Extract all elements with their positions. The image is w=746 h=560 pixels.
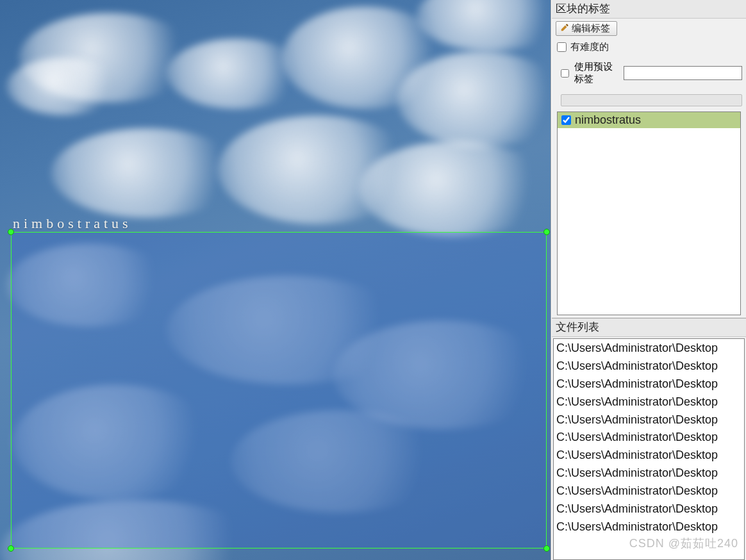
file-list-title: 文件列表 (552, 318, 746, 337)
label-list[interactable]: nimbostratus (557, 111, 741, 315)
file-list-item[interactable]: C:\Users\Administrator\Desktop (554, 411, 744, 429)
box-labels-panel-title: 区块的标签 (552, 0, 746, 19)
file-list-panel: 文件列表 C:\Users\Administrator\DesktopC:\Us… (552, 318, 746, 560)
file-list-item[interactable]: C:\Users\Administrator\Desktop (554, 429, 744, 447)
difficult-checkbox-label: 有难度的 (570, 41, 609, 53)
bbox-handle-top-right[interactable] (543, 229, 550, 235)
file-list-item[interactable]: C:\Users\Administrator\Desktop (554, 482, 744, 500)
bbox-handle-top-left[interactable] (8, 229, 14, 235)
file-list-item[interactable]: C:\Users\Administrator\Desktop (554, 500, 744, 518)
file-list-item[interactable]: C:\Users\Administrator\Desktop (554, 358, 744, 375)
file-list-item[interactable]: C:\Users\Administrator\Desktop (554, 340, 744, 358)
file-list-item[interactable]: C:\Users\Administrator\Desktop (554, 375, 744, 393)
difficult-checkbox-row[interactable]: 有难度的 (557, 41, 742, 53)
bbox-handle-bottom-right[interactable] (543, 545, 550, 552)
file-list-item[interactable]: C:\Users\Administrator\Desktop (554, 465, 744, 482)
progress-bar-row (561, 94, 742, 106)
edit-label-button-text: 编辑标签 (572, 22, 610, 35)
pencil-icon (560, 23, 569, 34)
use-preset-label: 使用预设标签 (574, 61, 618, 85)
file-list-item[interactable]: C:\Users\Administrator\Desktop (554, 393, 744, 411)
file-list-item[interactable]: C:\Users\Administrator\Desktop (554, 518, 744, 536)
bbox-label-text: nimbostratus (13, 215, 132, 232)
side-panel: 区块的标签 编辑标签 有难度的 使用预设标签 nimbostratus 文件列表 (551, 0, 746, 560)
edit-label-button[interactable]: 编辑标签 (556, 21, 617, 36)
label-item-text: nimbostratus (575, 113, 641, 127)
label-item-checkbox[interactable] (561, 115, 571, 125)
file-list[interactable]: C:\Users\Administrator\DesktopC:\Users\A… (553, 338, 745, 560)
box-labels-section: 编辑标签 有难度的 使用预设标签 nimbostratus (552, 19, 746, 318)
progress-bar (561, 94, 742, 106)
file-list-item[interactable]: C:\Users\Administrator\Desktop (554, 447, 744, 465)
preset-label-input[interactable] (624, 66, 742, 80)
label-list-item[interactable]: nimbostratus (558, 112, 740, 128)
use-preset-checkbox[interactable] (561, 69, 569, 78)
preset-label-row: 使用预设标签 (561, 61, 742, 85)
image-canvas[interactable]: nimbostratus (0, 0, 551, 560)
bbox-handle-bottom-left[interactable] (8, 545, 14, 552)
difficult-checkbox[interactable] (557, 42, 567, 52)
bounding-box[interactable] (11, 232, 547, 548)
